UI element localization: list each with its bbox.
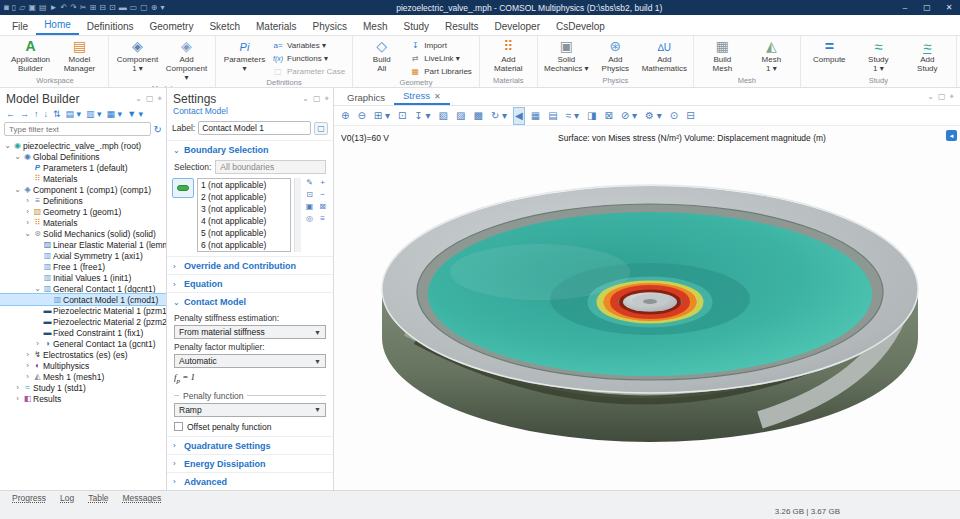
graphics-canvas[interactable]: V0(13)=60 V Surface: von Mises stress (N… — [334, 126, 960, 490]
forward-icon[interactable]: → — [20, 109, 29, 119]
tree-item[interactable]: › Geometry 1 (geom1) — [0, 206, 166, 217]
tree-item[interactable]: ⌄ piezoelectric_valve_.mph (root) — [0, 140, 166, 151]
test-icon[interactable]: ▢ — [140, 0, 148, 15]
image-grid-icon[interactable]: ▤ — [547, 108, 558, 124]
float-panel-icon[interactable]: ▢ — [146, 94, 154, 104]
view-yz-icon[interactable]: ▨ — [455, 108, 466, 124]
tree-item[interactable]: › Results — [0, 393, 166, 404]
show-options-icon[interactable]: ▤ ▾ — [66, 109, 82, 119]
collapsed-section[interactable]: › Override and Contribution — [167, 256, 333, 274]
tree-item[interactable]: Initial Values 1 (init1) — [0, 272, 166, 283]
tree-expander-icon[interactable]: ⌄ — [13, 185, 22, 194]
ribbon-button[interactable]: Application Builder — [7, 37, 54, 75]
ribbon-button[interactable]: Solid Mechanics ▾ — [543, 37, 590, 75]
pin-panel-icon[interactable]: ⌖ — [949, 92, 954, 102]
tree-item[interactable]: Contact Model 1 (cmod1) — [0, 294, 166, 305]
save-preview-icon[interactable]: ▤ — [39, 0, 47, 15]
tree-expander-icon[interactable]: › — [33, 339, 42, 348]
pin-panel-icon[interactable]: ⌖ — [324, 94, 329, 104]
collapse-all-icon[interactable]: ⇅ — [53, 109, 61, 119]
search-icon[interactable]: ⊕ — [151, 0, 158, 15]
collapsed-section[interactable]: › Quadrature Settings — [167, 436, 333, 454]
ribbon-button[interactable]: Parameters ▾ — [221, 37, 268, 77]
tree-item[interactable]: › Materials — [0, 217, 166, 228]
tree-item[interactable]: Materials — [0, 173, 166, 184]
new-file-icon[interactable]: ▯ — [12, 0, 16, 15]
copy-selection-icon[interactable]: ⊡ — [304, 190, 315, 200]
ribbon-tab[interactable]: Study — [395, 18, 437, 35]
ribbon-small-button[interactable]: Parameter Case — [270, 65, 347, 77]
tree-expander-icon[interactable]: › — [23, 207, 32, 216]
ribbon-small-button[interactable]: LiveLink ▾ — [407, 52, 474, 64]
tree-filter-input[interactable] — [4, 122, 151, 136]
collapse-panel-icon[interactable]: ⌄ — [135, 94, 142, 104]
create-selection-icon[interactable]: ⊠ — [317, 202, 328, 212]
run-icon[interactable]: ► — [50, 0, 58, 15]
boundary-list-item[interactable]: 3 (not applicable) — [198, 203, 290, 215]
tree-item[interactable]: ⌄ Component 1 (comp1) (comp1) — [0, 184, 166, 195]
tree-item[interactable]: › Mesh 1 (mesh1) — [0, 371, 166, 382]
tree-expander-icon[interactable]: ⌄ — [33, 284, 42, 293]
tree-item[interactable]: Free 1 (free1) — [0, 261, 166, 272]
ribbon-tab[interactable]: Sketch — [201, 18, 248, 35]
ribbon-button[interactable]: Study 1 ▾ — [855, 37, 902, 75]
activate-selection-icon[interactable]: ✎ — [304, 178, 315, 188]
view-xy-icon[interactable]: ▧ — [438, 108, 449, 124]
maximize-button[interactable]: ▢ — [916, 0, 938, 15]
paste-icon[interactable]: ⊟ — [99, 0, 106, 15]
ribbon-button[interactable]: Add Material — [485, 37, 532, 75]
bottom-tab[interactable]: Progress — [6, 493, 52, 503]
tree-item[interactable]: Piezoelectric Material 1 (pzm1) — [0, 305, 166, 316]
ribbon-button[interactable]: Add Study — [904, 37, 951, 75]
ribbon-tab[interactable]: Geometry — [142, 18, 202, 35]
ribbon-button[interactable]: Mesh 1 ▾ — [748, 37, 795, 75]
ribbon-tab[interactable]: File — [4, 18, 36, 35]
tree-item[interactable]: Piezoelectric Material 2 (pzm2) — [0, 316, 166, 327]
plot-settings-icon[interactable]: ≈ ▾ — [565, 108, 580, 124]
selection-dropdown[interactable]: All boundaries — [215, 160, 326, 174]
appearance-icon[interactable]: ⊘ ▾ — [620, 108, 638, 124]
tree-expander-icon[interactable]: › — [23, 350, 32, 359]
sort-icon[interactable]: ▥ ▾ — [86, 109, 102, 119]
ribbon-button[interactable]: Build All — [358, 37, 405, 77]
penalty-stiffness-dropdown[interactable]: From material stiffness▼ — [174, 325, 326, 339]
bottom-tab[interactable]: Messages — [117, 493, 168, 503]
group-icon[interactable]: ▦ ▾ — [107, 109, 123, 119]
close-button[interactable]: ✕ — [938, 0, 960, 15]
ribbon-tab[interactable]: Developer — [486, 18, 548, 35]
snapshot-icon[interactable]: ⊙ — [669, 108, 679, 124]
collapsed-section[interactable]: › Equation — [167, 274, 333, 292]
tree-item[interactable]: › Electrostatics (es) (es) — [0, 349, 166, 360]
ribbon-button[interactable]: Component 1 ▾ — [114, 37, 161, 83]
tree-expander-icon[interactable]: › — [23, 218, 32, 227]
tree-item[interactable]: › General Contact 1a (gcnt1) — [0, 338, 166, 349]
tree-item[interactable]: Fixed Constraint 1 (fix1) — [0, 327, 166, 338]
tab-stress[interactable]: Stress✕ — [394, 88, 450, 105]
tree-item[interactable]: Linear Elastic Material 1 (lemm1) — [0, 239, 166, 250]
redo-icon[interactable]: ↷ — [70, 0, 77, 15]
bottom-tab[interactable]: Table — [82, 493, 114, 503]
go-to-default-view-icon[interactable]: ↧ ▾ — [413, 108, 431, 124]
ribbon-small-button[interactable]: Import — [407, 39, 474, 51]
tree-item[interactable]: › Study 1 (std1) — [0, 382, 166, 393]
tree-expander-icon[interactable]: › — [23, 361, 32, 370]
ribbon-small-button[interactable]: Variables ▾ — [270, 39, 347, 51]
float-panel-icon[interactable]: ▢ — [938, 92, 946, 102]
ribbon-small-button[interactable]: Functions ▾ — [270, 52, 347, 64]
collapsed-section[interactable]: › Advanced — [167, 472, 333, 490]
move-up-icon[interactable]: ↑ — [34, 109, 39, 119]
tree-item[interactable]: ⌄ Solid Mechanics (solid) (solid) — [0, 228, 166, 239]
tree-item[interactable]: Axial Symmetry 1 (axi1) — [0, 250, 166, 261]
boundary-list-scrollbar[interactable] — [294, 178, 301, 252]
delete-icon[interactable]: ▬ — [119, 0, 127, 15]
offset-penalty-checkbox[interactable] — [174, 422, 183, 431]
ribbon-tab[interactable]: Physics — [305, 18, 355, 35]
collapse-selection-icon[interactable]: ≡ — [317, 214, 328, 224]
ribbon-button[interactable]: Add Physics — [592, 37, 639, 75]
duplicate-icon[interactable]: ⊡ — [109, 0, 116, 15]
zoom-box-icon[interactable]: ⊞ ▾ — [373, 108, 391, 124]
scene-light-icon[interactable]: ◀ — [514, 108, 524, 124]
tree-expander-icon[interactable]: ⌄ — [3, 141, 12, 150]
float-panel-icon[interactable]: ▢ — [313, 94, 321, 104]
tree-expander-icon[interactable]: ⌄ — [13, 152, 22, 161]
